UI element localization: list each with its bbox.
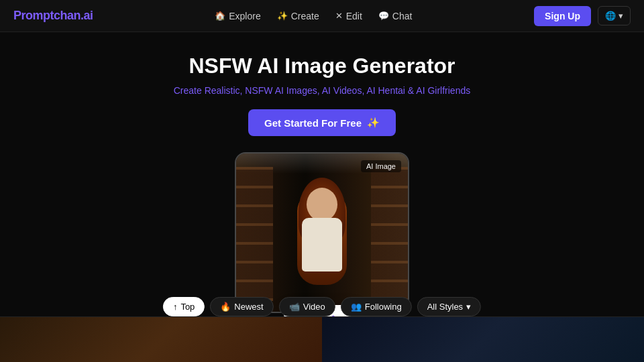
nav-right: Sign Up 🌐 ▾ bbox=[534, 6, 631, 26]
ai-image-card: AI Image Edit ✂ bbox=[235, 152, 409, 313]
filter-all-styles[interactable]: All Styles ▾ bbox=[417, 297, 481, 316]
chat-label: Chat bbox=[392, 11, 413, 21]
following-icon: 👥 bbox=[351, 302, 362, 312]
image-frame[interactable]: AI Image bbox=[235, 152, 409, 313]
filter-video[interactable]: 📹 Video bbox=[279, 297, 335, 316]
explore-icon: 🏠 bbox=[215, 11, 225, 21]
navbar: Promptchan.ai 🏠 Explore ✨ Create ✕ Edit … bbox=[0, 0, 644, 32]
dropdown-arrow-icon: ▾ bbox=[466, 302, 471, 312]
brand-suffix: .ai bbox=[80, 9, 93, 22]
shelf-right bbox=[371, 167, 408, 301]
cta-label: Get Started For Free bbox=[264, 117, 362, 129]
nav-links: 🏠 Explore ✨ Create ✕ Edit 💬 Chat bbox=[215, 11, 412, 21]
nav-explore[interactable]: 🏠 Explore bbox=[215, 11, 260, 21]
globe-arrow: ▾ bbox=[619, 11, 623, 21]
top-icon: ↑ bbox=[173, 302, 178, 312]
edit-icon: ✕ bbox=[335, 11, 343, 21]
filter-top[interactable]: ↑ Top bbox=[163, 297, 205, 316]
image-type-label: AI Image bbox=[361, 160, 401, 172]
fire-icon: 🔥 bbox=[220, 302, 231, 312]
nav-edit[interactable]: ✕ Edit bbox=[335, 11, 362, 21]
following-label: Following bbox=[365, 302, 402, 312]
thumbnail-2[interactable] bbox=[322, 316, 644, 362]
person-figure bbox=[292, 178, 352, 312]
explore-label: Explore bbox=[229, 11, 260, 21]
filter-following[interactable]: 👥 Following bbox=[341, 297, 412, 316]
nav-create[interactable]: ✨ Create bbox=[277, 11, 319, 21]
hero-section: NSFW AI Image Generator Create Realistic… bbox=[0, 32, 644, 313]
create-icon: ✨ bbox=[277, 11, 288, 21]
cta-button[interactable]: Get Started For Free ✨ bbox=[248, 109, 396, 136]
shelf-left bbox=[236, 167, 273, 301]
create-label: Create bbox=[291, 11, 319, 21]
top-label: Top bbox=[180, 302, 195, 312]
body bbox=[302, 218, 342, 272]
globe-icon: 🌐 bbox=[605, 11, 616, 21]
brand-logo[interactable]: Promptchan.ai bbox=[13, 9, 93, 23]
thumbnail-strip bbox=[0, 316, 644, 362]
brand-name: Promptchan bbox=[13, 9, 80, 22]
all-styles-label: All Styles bbox=[427, 302, 463, 312]
edit-label: Edit bbox=[346, 11, 362, 21]
newest-label: Newest bbox=[234, 302, 263, 312]
hero-title: NSFW AI Image Generator bbox=[189, 54, 455, 78]
video-label: Video bbox=[303, 302, 325, 312]
globe-button[interactable]: 🌐 ▾ bbox=[598, 6, 631, 25]
video-icon: 📹 bbox=[289, 302, 300, 312]
filter-newest[interactable]: 🔥 Newest bbox=[210, 297, 273, 316]
thumbnail-1[interactable] bbox=[0, 316, 322, 362]
cta-icon: ✨ bbox=[367, 117, 380, 129]
signup-button[interactable]: Sign Up bbox=[534, 6, 591, 26]
face bbox=[307, 188, 337, 221]
chat-icon: 💬 bbox=[378, 11, 389, 21]
hero-subtitle: Create Realistic, NSFW AI Images, AI Vid… bbox=[174, 85, 470, 96]
nav-chat[interactable]: 💬 Chat bbox=[378, 11, 413, 21]
filter-bar: ↑ Top 🔥 Newest 📹 Video 👥 Following All S… bbox=[163, 297, 481, 316]
